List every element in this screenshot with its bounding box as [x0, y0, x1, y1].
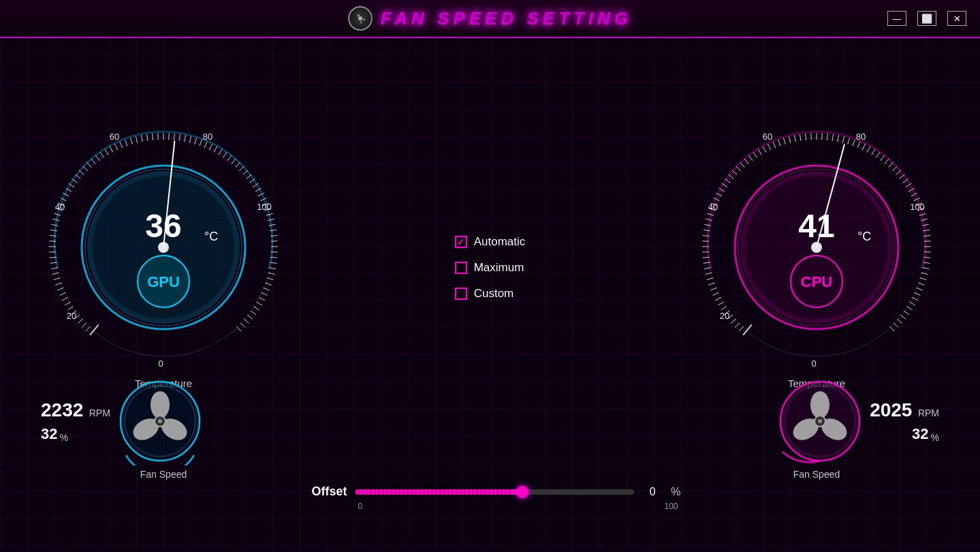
offset-label: Offset: [300, 485, 347, 499]
svg-point-124: [158, 419, 162, 423]
svg-text:80: 80: [203, 132, 212, 142]
maximum-checkbox[interactable]: [455, 262, 467, 274]
automatic-label: Automatic: [474, 235, 526, 249]
svg-text:GPU: GPU: [147, 273, 180, 290]
svg-line-207: [889, 162, 894, 167]
gpu-section: 36 °C GPU 0 20 40 60 80: [41, 125, 286, 465]
maximize-button[interactable]: ⬜: [917, 11, 936, 26]
svg-point-244: [810, 391, 829, 418]
svg-line-143: [739, 326, 744, 331]
svg-line-99: [271, 241, 278, 242]
svg-text:100: 100: [910, 202, 925, 212]
offset-section: Offset 0 % 0 100: [300, 485, 681, 511]
svg-line-117: [236, 326, 241, 331]
slider-fill: [355, 489, 523, 495]
cpu-fan-pct: 32: [912, 425, 928, 443]
svg-text:20: 20: [720, 311, 729, 321]
svg-point-0: [358, 16, 362, 20]
custom-checkbox[interactable]: [455, 288, 467, 300]
slider-marks: 0 100: [358, 502, 678, 511]
automatic-control[interactable]: Automatic: [455, 235, 526, 249]
svg-text:CPU: CPU: [801, 273, 832, 290]
svg-line-116: [240, 323, 245, 328]
svg-text:60: 60: [763, 132, 772, 142]
automatic-checkbox[interactable]: [455, 236, 467, 248]
app-title: FAN SPEED SETTING: [381, 8, 632, 29]
svg-line-37: [49, 241, 56, 242]
svg-text:40: 40: [55, 202, 65, 212]
svg-line-161: [702, 241, 709, 242]
custom-label: Custom: [474, 287, 514, 301]
offset-value: 0: [642, 486, 663, 498]
cpu-rpm-unit: RPM: [918, 408, 939, 418]
cpu-gauge-svg: 41 °C CPU 0 20 40 60 80 100: [694, 125, 939, 370]
middle-controls: Automatic Maximum Custom: [455, 235, 526, 301]
gpu-gauge-svg: 36 °C GPU 0 20 40 60 80: [41, 125, 286, 370]
svg-line-21: [78, 319, 82, 324]
svg-line-144: [735, 323, 740, 328]
main-content: 36 °C GPU 0 20 40 60 80: [0, 38, 980, 552]
svg-text:60: 60: [110, 132, 119, 142]
titlebar-left: FAN SPEED SETTING: [348, 6, 632, 31]
cpu-gauge: 41 °C CPU 0 20 40 60 80 100 Temperature: [694, 125, 939, 370]
gpu-fan-pct-unit: %: [59, 432, 67, 443]
minimize-button[interactable]: —: [887, 11, 906, 26]
gpu-fan-pct: 32: [41, 425, 57, 443]
close-button[interactable]: ✕: [947, 11, 966, 26]
cpu-section: 41 °C CPU 0 20 40 60 80 100 Temperature: [694, 125, 939, 465]
cpu-fan-speed-label: Fan Speed: [694, 468, 939, 480]
svg-text:°C: °C: [204, 230, 218, 243]
svg-line-223: [924, 241, 931, 242]
gpu-rpm-display: 2232 RPM: [41, 399, 110, 421]
svg-line-115: [244, 319, 249, 324]
svg-line-240: [894, 323, 898, 328]
svg-line-53: [87, 162, 92, 167]
svg-line-241: [889, 326, 894, 331]
svg-line-145: [731, 319, 736, 324]
svg-line-52: [83, 166, 88, 171]
svg-line-176: [736, 166, 741, 171]
cpu-rpm-value: 2025: [870, 399, 912, 420]
gpu-fan-area: 2232 RPM 32 %: [41, 377, 204, 465]
svg-line-208: [892, 166, 897, 171]
slider-mark-min: 0: [358, 502, 363, 511]
cpu-rpm-display: 2025 RPM: [870, 399, 939, 421]
maximum-label: Maximum: [474, 261, 524, 275]
offset-row: Offset 0 %: [300, 485, 681, 499]
slider-mark-max: 100: [664, 502, 678, 511]
svg-text:0: 0: [811, 358, 816, 369]
titlebar: FAN SPEED SETTING — ⬜ ✕: [0, 0, 980, 38]
slider-thumb[interactable]: [516, 486, 528, 498]
svg-text:80: 80: [856, 132, 866, 142]
cpu-fan-circle: [776, 377, 864, 465]
svg-line-19: [86, 326, 91, 331]
svg-line-84: [239, 166, 244, 171]
svg-point-120: [151, 391, 170, 418]
cpu-fan-area: 2025 RPM 32 % Fan Speed: [776, 377, 939, 465]
gpu-gauge: 36 °C GPU 0 20 40 60 80: [41, 125, 286, 370]
gpu-rpm-value: 2232: [41, 399, 83, 420]
offset-unit: %: [671, 486, 680, 498]
gpu-fan-speed-label: Fan Speed: [41, 468, 286, 480]
app-icon: [348, 6, 373, 31]
gpu-fan-circle: [116, 377, 204, 465]
svg-line-239: [897, 319, 902, 324]
svg-text:20: 20: [67, 311, 76, 321]
svg-text:°C: °C: [857, 230, 871, 243]
custom-control[interactable]: Custom: [455, 287, 514, 301]
svg-text:41: 41: [798, 208, 834, 244]
cpu-fan-pct-unit: %: [931, 432, 939, 443]
svg-point-248: [818, 419, 822, 423]
window-controls: — ⬜ ✕: [887, 11, 966, 26]
svg-line-177: [740, 162, 745, 167]
gpu-rpm-unit: RPM: [89, 408, 110, 418]
offset-slider[interactable]: [355, 489, 635, 495]
svg-line-20: [82, 323, 86, 328]
svg-line-83: [236, 162, 240, 167]
svg-text:100: 100: [257, 202, 272, 212]
svg-text:40: 40: [708, 202, 718, 212]
svg-text:0: 0: [158, 358, 163, 369]
maximum-control[interactable]: Maximum: [455, 261, 524, 275]
svg-text:36: 36: [145, 208, 181, 244]
